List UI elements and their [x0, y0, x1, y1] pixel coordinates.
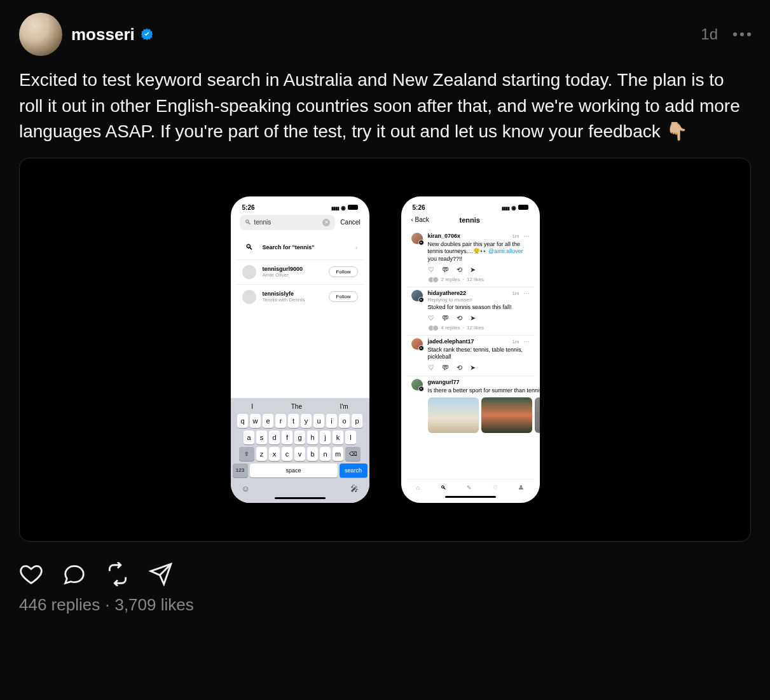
letter-key[interactable]: v: [294, 447, 305, 461]
avatar[interactable]: [19, 13, 62, 56]
backspace-key[interactable]: ⌫: [345, 447, 361, 461]
user-result-row[interactable]: tennisislyfe Tennis with Dennis Follow: [236, 285, 364, 309]
letter-key[interactable]: b: [307, 447, 318, 461]
image-thumb[interactable]: [428, 397, 479, 433]
phone-mockup-search: 5:26 🔍︎ tennis ✕ Cancel 🔍︎ Search for "t…: [231, 196, 369, 503]
thread-item[interactable]: + gwangurl77 1m ⋯ Is there a better spor…: [406, 376, 535, 437]
image-thumb[interactable]: [481, 397, 532, 433]
thread-more-icon[interactable]: ⋯: [523, 233, 530, 240]
thread-username[interactable]: hidayathere22: [428, 290, 467, 296]
repost-icon[interactable]: ⟲: [457, 266, 462, 274]
battery-icon: [348, 205, 358, 210]
share-icon[interactable]: ➤: [470, 314, 476, 322]
thread-item[interactable]: + hidayathere22 1m ⋯ Replying to mosseri…: [406, 287, 535, 336]
letter-key[interactable]: g: [294, 430, 305, 444]
letter-key[interactable]: d: [269, 430, 280, 444]
letter-key[interactable]: j: [320, 430, 331, 444]
thread-username[interactable]: kiran_0706x: [428, 233, 461, 239]
letter-key[interactable]: k: [333, 430, 343, 444]
more-options-icon[interactable]: [733, 32, 751, 36]
thread-item[interactable]: + kiran_0706x 1m ⋯ New doubles pair this…: [406, 230, 535, 287]
letter-key[interactable]: m: [333, 447, 343, 461]
media-attachment[interactable]: 5:26 🔍︎ tennis ✕ Cancel 🔍︎ Search for "t…: [19, 158, 751, 542]
search-input[interactable]: 🔍︎ tennis ✕: [240, 215, 336, 230]
post-action-bar: [19, 557, 751, 595]
comment-icon[interactable]: 💬︎: [442, 266, 449, 274]
follow-button[interactable]: Follow: [329, 291, 357, 302]
letter-key[interactable]: s: [256, 430, 267, 444]
replying-to: Replying to mosseri: [428, 297, 530, 303]
home-tab-icon[interactable]: ⌂: [416, 484, 420, 491]
letter-key[interactable]: l: [345, 430, 356, 444]
search-for-row[interactable]: 🔍︎ Search for "tennis" ›: [236, 235, 364, 260]
share-icon[interactable]: ➤: [470, 364, 476, 372]
thread-avatar[interactable]: +: [411, 338, 423, 350]
letter-key[interactable]: u: [313, 414, 324, 428]
thread-more-icon[interactable]: ⋯: [523, 338, 530, 345]
letter-key[interactable]: o: [339, 414, 350, 428]
letter-key[interactable]: y: [301, 414, 312, 428]
shift-key[interactable]: ⇧: [239, 447, 254, 461]
letter-key[interactable]: f: [282, 430, 292, 444]
timestamp: 1d: [701, 25, 718, 43]
like-icon[interactable]: ♡: [428, 364, 434, 372]
signal-icon: [502, 204, 509, 211]
repost-icon[interactable]: [106, 562, 130, 586]
comment-icon[interactable]: 💬︎: [442, 314, 449, 322]
space-key[interactable]: space: [250, 463, 338, 477]
mic-key[interactable]: 🎤︎: [350, 484, 359, 493]
thread-item[interactable]: + jaded.elephant17 1m ⋯ Stack rank these…: [406, 336, 535, 376]
keyboard[interactable]: I The I'm qwertyuiop asdfghjkl ⇧ zxcvbnm…: [231, 398, 369, 503]
like-icon[interactable]: [19, 562, 43, 586]
letter-key[interactable]: a: [244, 430, 254, 444]
kb-suggestion[interactable]: I'm: [340, 403, 348, 410]
post-body-text: Excited to test keyword search in Austra…: [19, 67, 751, 145]
repost-icon[interactable]: ⟲: [457, 364, 462, 372]
share-icon[interactable]: [149, 562, 173, 586]
profile-tab-icon[interactable]: 👤︎: [518, 484, 524, 491]
thread-avatar[interactable]: +: [411, 233, 423, 244]
comment-icon[interactable]: [62, 562, 86, 586]
letter-key[interactable]: x: [269, 447, 280, 461]
post-stats[interactable]: 446 replies·3,709 likes: [19, 595, 751, 615]
letter-key[interactable]: h: [307, 430, 318, 444]
kb-suggestion[interactable]: The: [291, 403, 302, 410]
thread-avatar[interactable]: +: [411, 379, 423, 390]
username[interactable]: mosseri: [71, 25, 135, 45]
numeric-key[interactable]: 123: [233, 463, 248, 477]
compose-tab-icon[interactable]: ✎: [467, 484, 472, 491]
letter-key[interactable]: q: [237, 414, 248, 428]
letter-key[interactable]: c: [282, 447, 292, 461]
letter-key[interactable]: w: [250, 414, 261, 428]
replies-count[interactable]: 446 replies: [19, 595, 100, 614]
thread-actions: ♡ 💬︎ ⟲ ➤: [428, 364, 530, 372]
letter-key[interactable]: p: [352, 414, 362, 428]
thread-avatar[interactable]: +: [411, 290, 423, 301]
letter-key[interactable]: n: [320, 447, 331, 461]
letter-key[interactable]: i: [326, 414, 337, 428]
letter-key[interactable]: z: [256, 447, 267, 461]
letter-key[interactable]: r: [275, 414, 286, 428]
comment-icon[interactable]: 💬︎: [442, 364, 449, 372]
follow-button[interactable]: Follow: [329, 266, 357, 277]
user-result-row[interactable]: tennisgurl9000 Amie Oliver Follow: [236, 260, 364, 285]
activity-tab-icon[interactable]: ♡: [493, 484, 498, 491]
like-icon[interactable]: ♡: [428, 314, 434, 322]
share-icon[interactable]: ➤: [470, 266, 476, 274]
kb-suggestion[interactable]: I: [251, 403, 253, 410]
emoji-key[interactable]: ☺: [242, 484, 250, 493]
search-key[interactable]: search: [340, 463, 368, 477]
thread-username[interactable]: gwangurl77: [428, 379, 460, 385]
likes-count[interactable]: 3,709 likes: [114, 595, 193, 614]
image-thumb[interactable]: [535, 397, 540, 433]
letter-key[interactable]: t: [288, 414, 299, 428]
image-carousel[interactable]: [428, 397, 540, 433]
cancel-button[interactable]: Cancel: [340, 219, 360, 226]
repost-icon[interactable]: ⟲: [457, 314, 462, 322]
clear-icon[interactable]: ✕: [322, 219, 330, 226]
like-icon[interactable]: ♡: [428, 266, 434, 274]
thread-username[interactable]: jaded.elephant17: [428, 338, 474, 345]
search-tab-icon[interactable]: 🔍︎: [441, 484, 446, 491]
thread-more-icon[interactable]: ⋯: [523, 290, 530, 297]
letter-key[interactable]: e: [263, 414, 273, 428]
